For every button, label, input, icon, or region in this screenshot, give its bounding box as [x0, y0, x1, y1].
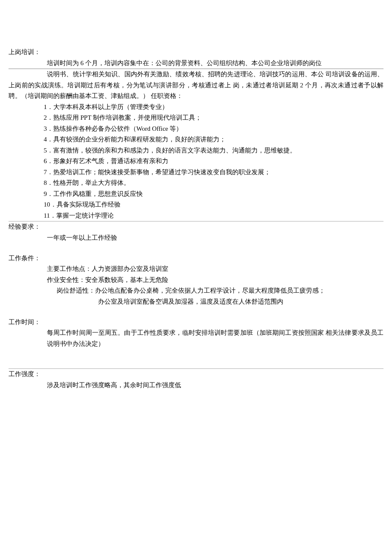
worktime-content: 每周工作时间周一至周五。由于工作性质要求，临时安排培训时需要加班（加班期间工资按…: [9, 328, 383, 349]
list-item: 9．工作作风稳重，思想意识反应快: [44, 189, 384, 200]
list-item: 4．具有较强的企业分析能力和课程研发能力，良好的演讲能力；: [44, 134, 384, 145]
training-title: 上岗培训：: [9, 47, 383, 58]
training-para2-text: 说明书、统计学相关知识、国内外有关激励、绩效考核、招聘的先进理论、培训技巧的运用…: [9, 71, 383, 99]
experience-title: 经验要求：: [9, 221, 383, 233]
conditions-line4: 办公室及培训室配备空调及加湿器，温度及适度在人体舒适范围内: [9, 296, 383, 308]
list-item: 5．富有激情，较强的亲和力和感染力，良好的语言文字表达能力、沟通能力，思维敏捷。: [44, 145, 384, 156]
conditions-line3: 岗位舒适性：办公地点配备办公桌椅，完全依据人力工程学设计，尽最大程度降低员工疲劳…: [9, 285, 383, 296]
section-experience: 经验要求： 一年或一年以上工作经验: [9, 221, 383, 243]
section-training: 上岗培训： 培训时间为 6 个月，培训内容集中在：公司的背景资料、公司组织结构、…: [9, 47, 383, 221]
section-work-time: 工作时间： 每周工作时间周一至周五。由于工作性质要求，临时安排培训时需要加班（加…: [9, 317, 383, 350]
list-item: 11．掌握一定统计学理论: [44, 210, 384, 221]
training-para2: 说明书、统计学相关知识、国内外有关激励、绩效考核、招聘的先进理论、培训技巧的运用…: [9, 69, 383, 102]
list-item: 8．性格开朗，举止大方得体。: [44, 178, 384, 189]
list-item: 3．熟练操作各种必备办公软件（Word Office 等）: [44, 124, 384, 135]
list-item: 6．形象好有艺术气质，普通话标准有亲和力: [44, 156, 384, 167]
section-work-intensity: 工作强度： 涉及培训时工作强度略高，其余时间工作强度低: [9, 369, 383, 391]
list-item: 10．具备实际现场工作经验: [44, 199, 384, 210]
worktime-title: 工作时间：: [9, 317, 383, 328]
intensity-title: 工作强度：: [9, 369, 383, 380]
experience-content: 一年或一年以上工作经验: [9, 233, 383, 244]
conditions-title: 工作条件：: [9, 253, 383, 264]
conditions-line2: 作业安全性：安全系数较高，基本上无危险: [9, 275, 383, 286]
section-work-conditions: 工作条件： 主要工作地点：人力资源部办公室及培训室 作业安全性：安全系数较高，基…: [9, 253, 383, 308]
qualification-list: 1．大学本科及本科以上学历（管理类专业） 2．熟练应用 PPT 制作培训教案，并…: [9, 102, 383, 221]
list-item: 2．熟练应用 PPT 制作培训教案，并使用现代培训工具；: [44, 112, 384, 124]
training-line1: 培训时间为 6 个月，培训内容集中在：公司的背景资料、公司组织结构、本公司企业培…: [9, 58, 383, 69]
conditions-line1: 主要工作地点：人力资源部办公室及培训室: [9, 264, 383, 275]
list-item: 7．热爱培训工作；能快速接受新事物，希望通过学习快速改变自我的职业发展；: [44, 167, 384, 178]
intensity-content: 涉及培训时工作强度略高，其余时间工作强度低: [9, 380, 383, 391]
list-item: 1．大学本科及本科以上学历（管理类专业）: [44, 102, 384, 113]
